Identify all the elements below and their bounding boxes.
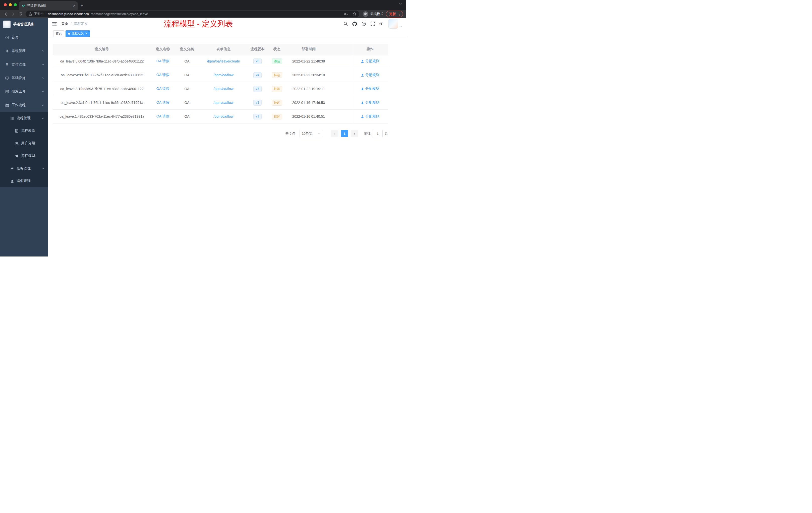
definition-name-link[interactable]: OA 请假 bbox=[156, 73, 169, 77]
tab-search-icon[interactable] bbox=[399, 2, 402, 5]
sidebar-toggle[interactable] bbox=[52, 22, 57, 26]
form-link[interactable]: /bpm/oa/flow bbox=[213, 115, 233, 118]
version-tag: v4 bbox=[253, 72, 262, 78]
sidebar-item-user-group[interactable]: 用户分组 bbox=[0, 137, 48, 150]
help-icon[interactable]: ? bbox=[361, 22, 366, 26]
goto-page-input[interactable] bbox=[373, 130, 383, 137]
sidebar-item-label: 流程模型 bbox=[21, 154, 35, 158]
avatar[interactable] bbox=[388, 19, 398, 29]
chevron-up-icon bbox=[42, 104, 45, 107]
close-icon[interactable]: × bbox=[85, 32, 87, 35]
definition-name-link[interactable]: OA 请假 bbox=[156, 87, 169, 91]
sidebar-item-process-management[interactable]: 流程管理 bbox=[0, 112, 48, 124]
header-actions: ? tT bbox=[344, 19, 402, 29]
assign-rule-link[interactable]: 分配规则 bbox=[361, 114, 379, 119]
status-badge: 挂起 bbox=[272, 114, 282, 119]
sidebar-item-task-management[interactable]: 任务管理 bbox=[0, 162, 48, 175]
view-tag[interactable]: 流程定义× bbox=[65, 30, 90, 37]
sidebar-item-process-form[interactable]: 流程表单 bbox=[0, 124, 48, 137]
user-menu-caret-icon bbox=[399, 25, 402, 29]
breadcrumb-home[interactable]: 首页 bbox=[61, 22, 68, 26]
minimize-window-button[interactable] bbox=[9, 3, 12, 6]
search-icon[interactable] bbox=[344, 22, 348, 26]
cell-category: OA bbox=[175, 110, 199, 123]
sidebar-item-label: 请假查询 bbox=[17, 179, 31, 183]
sidebar-item-dev-tools[interactable]: 研发工具 bbox=[0, 85, 48, 98]
column-header: 流程版本 bbox=[248, 44, 267, 54]
sidebar-item-workflow[interactable]: 工作流程 bbox=[0, 98, 48, 112]
sidebar-item-label: 任务管理 bbox=[17, 166, 31, 171]
sidebar-item-home[interactable]: 首页 bbox=[0, 31, 48, 44]
assign-rule-link[interactable]: 分配规则 bbox=[361, 87, 379, 91]
app-title: 芋道管理系统 bbox=[13, 22, 34, 27]
address-bar[interactable]: 不安全 dashboard.yudao.iocoder.cn /bpm/mana… bbox=[26, 10, 359, 17]
form-icon bbox=[14, 129, 19, 133]
status-badge: 挂起 bbox=[272, 72, 282, 78]
fullscreen-icon[interactable] bbox=[371, 22, 375, 26]
cell-deploy-time: 2022-01-16 17:46:53 bbox=[287, 96, 330, 110]
assign-rule-link[interactable]: 分配规则 bbox=[361, 59, 379, 63]
view-tag[interactable]: 首页 bbox=[53, 30, 64, 37]
incognito-label: 无痕模式 bbox=[370, 12, 383, 16]
bookmark-star-icon[interactable] bbox=[351, 11, 358, 17]
column-filler bbox=[330, 44, 352, 54]
flag-icon bbox=[10, 167, 14, 171]
status-badge: 挂起 bbox=[272, 86, 282, 92]
page-size-value: 10条/页 bbox=[302, 131, 313, 136]
form-link[interactable]: /bpm/oa/leave/create bbox=[207, 59, 240, 63]
github-icon[interactable] bbox=[352, 22, 357, 26]
cell-category: OA bbox=[175, 68, 199, 82]
yen-icon: ¥ bbox=[5, 63, 9, 66]
zoom-window-button[interactable] bbox=[14, 3, 17, 6]
page-size-select[interactable]: 10条/页 bbox=[299, 130, 323, 137]
sidebar-item-payment-management[interactable]: ¥支付管理 bbox=[0, 58, 48, 71]
column-header: 定义名称 bbox=[151, 44, 175, 54]
close-tab-icon[interactable]: × bbox=[73, 3, 75, 8]
app-header: 首页 / 流程定义 流程模型 - 定义列表 ? tT bbox=[48, 18, 406, 29]
sidebar-item-process-model[interactable]: 流程模型 bbox=[0, 150, 48, 162]
assign-rule-link[interactable]: 分配规则 bbox=[361, 73, 379, 77]
not-secure-label[interactable]: 不安全 bbox=[34, 12, 44, 16]
password-key-icon[interactable] bbox=[343, 11, 349, 17]
assign-rule-link[interactable]: 分配规则 bbox=[361, 100, 379, 105]
browser-menu-kebab-icon[interactable]: ⋮ bbox=[398, 12, 401, 16]
form-link[interactable]: /bpm/oa/flow bbox=[213, 101, 233, 105]
tag-label: 首页 bbox=[56, 31, 62, 36]
next-page-button[interactable]: › bbox=[351, 130, 358, 137]
update-button[interactable]: 更新 ⋮ bbox=[386, 11, 403, 17]
page-number-button[interactable]: 1 bbox=[341, 130, 348, 137]
new-tab-button[interactable]: + bbox=[78, 1, 86, 10]
url-host: dashboard.yudao.iocoder.cn bbox=[48, 12, 89, 16]
definition-name-link[interactable]: OA 请假 bbox=[156, 59, 169, 63]
sidebar-item-leave-query[interactable]: 请假查询 bbox=[0, 175, 48, 187]
cell-definition-id: oa_leave:5:004b710b-7b8a-11ec-8ef0-acde4… bbox=[53, 55, 151, 68]
prev-page-button[interactable]: ‹ bbox=[331, 130, 338, 137]
form-link[interactable]: /bpm/oa/flow bbox=[213, 87, 233, 91]
font-size-icon[interactable]: tT bbox=[379, 22, 382, 26]
chevron-down-icon bbox=[42, 77, 45, 80]
sidebar-item-label: 支付管理 bbox=[11, 62, 26, 67]
select-caret-icon bbox=[318, 132, 321, 135]
window-controls bbox=[4, 3, 17, 6]
close-window-button[interactable] bbox=[4, 3, 7, 6]
back-button[interactable] bbox=[2, 10, 9, 18]
sidebar-item-system-management[interactable]: 系统管理 bbox=[0, 44, 48, 58]
logo-avatar bbox=[3, 21, 10, 28]
forward-button[interactable] bbox=[9, 10, 17, 18]
sidebar-logo[interactable]: 芋道管理系统 bbox=[0, 18, 48, 31]
definition-name-link[interactable]: OA 请假 bbox=[156, 114, 169, 119]
cell-deploy-time: 2022-01-22 21:48:38 bbox=[287, 55, 330, 68]
form-link[interactable]: /bpm/oa/flow bbox=[213, 73, 233, 77]
breadcrumb: 首页 / 流程定义 bbox=[61, 22, 88, 26]
update-label: 更新 bbox=[389, 12, 396, 16]
table-row: oa_leave:4:991f2193-7b7f-11ec-a3c8-acde4… bbox=[53, 68, 388, 82]
browser-chrome: 芋道管理系统 × + 不安全 dashboard.yudao.iocoder.c… bbox=[0, 0, 406, 18]
tab-strip: 芋道管理系统 × + bbox=[0, 0, 406, 10]
user-menu[interactable] bbox=[388, 19, 402, 29]
definition-name-link[interactable]: OA 请假 bbox=[156, 100, 169, 105]
browser-tab[interactable]: 芋道管理系统 × bbox=[19, 1, 78, 10]
sidebar-item-infrastructure[interactable]: 基础设施 bbox=[0, 71, 48, 85]
reload-button[interactable] bbox=[17, 10, 24, 18]
column-header: 表单信息 bbox=[199, 44, 248, 54]
sidebar-item-label: 流程管理 bbox=[17, 116, 31, 120]
